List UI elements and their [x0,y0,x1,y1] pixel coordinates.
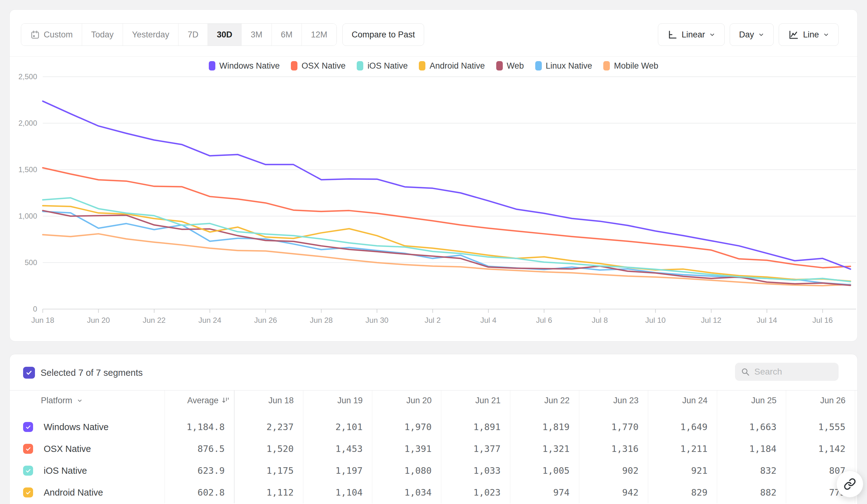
value-cell: 1,377 [441,438,510,460]
svg-text:Jun 20: Jun 20 [87,316,110,324]
select-all-checkbox[interactable] [23,367,35,379]
value-cell: 1,112 [234,482,303,503]
value-cell: 829 [648,482,717,503]
column-header-jun-25[interactable]: Jun 25 [717,391,786,410]
column-header-jun-19[interactable]: Jun 19 [303,391,372,410]
series-line-ios-native [43,198,850,282]
segment-checkbox-android-native[interactable] [23,487,33,497]
column-header-spacer [855,391,857,410]
value-cell: 1,316 [579,438,648,460]
value-cell: 832 [717,460,786,482]
value-cell: 1,023 [441,482,510,503]
value-cell: 921 [648,460,717,482]
search-input[interactable] [754,367,833,377]
average-value-android-native: 602.8 [164,482,234,503]
column-header-jun-20[interactable]: Jun 20 [372,391,441,410]
value-cell: 902 [579,460,648,482]
series-line-windows-native [43,101,850,269]
segment-checkbox-ios-native[interactable] [23,465,33,475]
value-cell: 2,101 [303,410,372,438]
value-cell: 882 [717,482,786,503]
selected-summary: Selected 7 of 7 segments [41,367,143,379]
average-value-windows-native: 1,184.8 [164,410,234,438]
value-cell: 1,197 [303,460,372,482]
value-cell: 1,080 [372,460,441,482]
segment-name: iOS Native [44,465,87,476]
svg-text:0: 0 [33,305,37,313]
value-cell: 1,175 [234,460,303,482]
link-icon [844,478,856,490]
svg-text:Jun 26: Jun 26 [254,316,277,324]
segment-checkbox-windows-native[interactable] [23,422,33,432]
value-cell: 1,520 [234,438,303,460]
value-cell: 1,970 [372,410,441,438]
column-header-average[interactable]: Average [164,391,234,410]
svg-text:2,000: 2,000 [19,119,37,127]
share-link-button[interactable] [836,471,863,497]
segment-row-ios-native: iOS Native [10,460,164,482]
value-cell: 1,321 [510,438,579,460]
svg-text:Jun 28: Jun 28 [310,316,333,324]
svg-text:Jun 22: Jun 22 [143,316,166,324]
sort-descending-icon [222,396,230,405]
svg-text:Jul 14: Jul 14 [757,316,777,324]
value-cell: 1,649 [648,410,717,438]
chart-card: CustomTodayYesterday7D30D3M6M12M Compare… [9,9,858,341]
value-cell: 942 [579,482,648,503]
value-cell: 1,184 [717,438,786,460]
value-cell: 1,453 [303,438,372,460]
value-cell: 1,034 [372,482,441,503]
svg-text:Jul 10: Jul 10 [645,316,666,324]
segments-panel-header: Selected 7 of 7 segments [10,354,857,390]
segments-card: Selected 7 of 7 segments PlatformAverage… [9,354,858,504]
value-cell: 1,104 [303,482,372,503]
search-box [735,363,838,381]
average-value-osx-native: 876.5 [164,438,234,460]
svg-text:Jul 12: Jul 12 [701,316,721,324]
column-header-jun-22[interactable]: Jun 22 [510,391,579,410]
value-cell: 1,891 [441,410,510,438]
svg-text:Jul 4: Jul 4 [480,316,496,324]
value-cell: 1,770 [579,410,648,438]
svg-text:1,500: 1,500 [19,165,37,174]
svg-text:Jun 30: Jun 30 [365,316,388,324]
value-cell: 2,237 [234,410,303,438]
svg-text:1,000: 1,000 [19,212,37,220]
segment-row-osx-native: OSX Native [10,438,164,460]
row-spacer [855,438,857,460]
value-cell: 1,819 [510,410,579,438]
value-cell: 1,663 [717,410,786,438]
svg-text:Jul 16: Jul 16 [812,316,833,324]
search-icon [741,367,750,376]
svg-text:Jun 18: Jun 18 [31,316,54,324]
svg-text:Jul 8: Jul 8 [592,316,608,324]
line-chart[interactable]: 05001,0001,5002,0002,500Jun 18Jun 20Jun … [10,10,858,341]
segment-row-windows-native: Windows Native [10,410,164,438]
svg-text:Jun 24: Jun 24 [199,316,222,324]
average-header-label: Average [187,396,218,405]
svg-text:2,500: 2,500 [19,72,37,81]
chevron-down-icon [77,398,83,404]
svg-text:Jul 2: Jul 2 [425,316,441,324]
svg-text:500: 500 [25,258,37,267]
average-value-ios-native: 623.9 [164,460,234,482]
column-header-jun-23[interactable]: Jun 23 [579,391,648,410]
value-cell: 974 [510,482,579,503]
column-header-jun-21[interactable]: Jun 21 [441,391,510,410]
segment-name: Android Native [44,487,103,498]
value-cell: 1,211 [648,438,717,460]
value-cell: 1,033 [441,460,510,482]
segment-name: OSX Native [44,444,91,454]
svg-text:Jul 6: Jul 6 [536,316,552,324]
value-cell: 1,005 [510,460,579,482]
column-header-jun-24[interactable]: Jun 24 [648,391,717,410]
column-header-platform[interactable]: Platform [10,391,164,410]
platform-header-label: Platform [41,396,72,405]
column-header-jun-26[interactable]: Jun 26 [786,391,855,410]
segment-checkbox-osx-native[interactable] [23,444,33,454]
segments-table: PlatformAverageJun 18Jun 19Jun 20Jun 21J… [10,390,857,503]
segment-row-android-native: Android Native [10,482,164,503]
value-cell: 1,391 [372,438,441,460]
column-header-jun-18[interactable]: Jun 18 [234,391,303,410]
value-cell: 1,555 [786,410,855,438]
